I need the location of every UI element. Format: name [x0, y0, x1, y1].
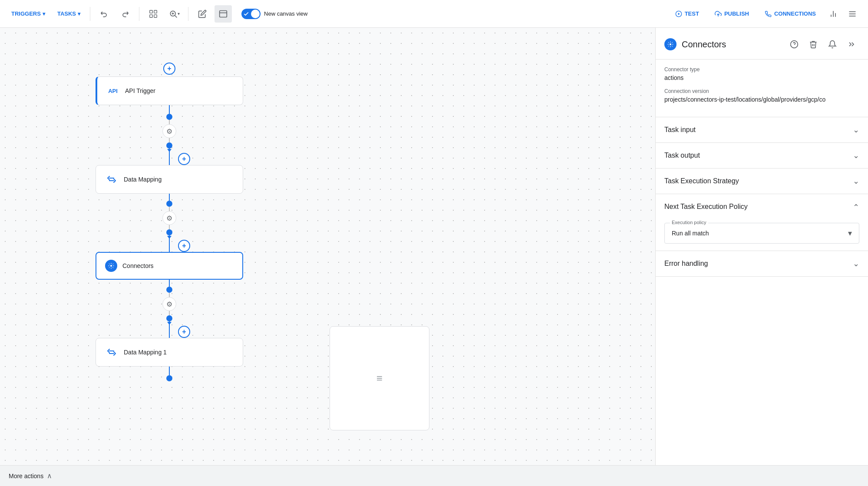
execution-policy-arrow-icon: ▾	[848, 228, 852, 238]
panel-title-icon	[664, 38, 677, 50]
zoom-chevron: ▾	[178, 11, 180, 16]
connections-icon	[765, 10, 772, 17]
publish-icon	[715, 10, 722, 17]
line-1c	[169, 138, 170, 142]
line-1b	[169, 120, 170, 124]
redo-button[interactable]	[116, 5, 134, 23]
toolbar: TRIGGERS ▾ TASKS ▾ ▾	[0, 0, 868, 28]
task-output-header[interactable]: Task output ⌄	[656, 143, 868, 168]
connectors-node-icon	[105, 260, 117, 272]
connection-version-value: projects/connectors-ip-test/locations/gl…	[664, 96, 859, 103]
data-mapping-1-label: Data Mapping 1	[124, 349, 167, 356]
svg-rect-2	[150, 14, 152, 17]
menu-icon	[848, 10, 857, 18]
svg-rect-8	[220, 10, 227, 17]
panel-title: Connectors	[682, 40, 781, 50]
more-actions-label: More actions	[9, 473, 43, 479]
zoom-button[interactable]: ▾	[165, 5, 183, 23]
preview-card[interactable]: ≡	[330, 326, 429, 430]
data-mapping-1-icon	[105, 345, 119, 359]
more-actions-chevron-icon: ∧	[47, 472, 52, 480]
tasks-button[interactable]: TASKS ▾	[53, 8, 85, 20]
error-handling-section: Error handling ⌄	[656, 251, 868, 277]
collapse-icon	[847, 40, 856, 49]
toggle-switch	[241, 9, 261, 19]
undo-button[interactable]	[96, 5, 113, 23]
edit-icon	[198, 10, 207, 18]
edit-button[interactable]	[194, 5, 211, 23]
execution-policy-label: Execution policy	[670, 220, 708, 225]
collapse-button[interactable]	[844, 36, 859, 52]
data-mapping-node[interactable]: Data Mapping	[96, 165, 243, 194]
data-mapping-label: Data Mapping	[124, 176, 162, 183]
triggers-button[interactable]: TRIGGERS ▾	[7, 8, 50, 20]
gear-2[interactable]: ⚙	[162, 211, 176, 225]
task-input-section: Task input ⌄	[656, 117, 868, 143]
task-execution-strategy-chevron-icon: ⌄	[853, 176, 859, 186]
toolbar-right: TEST PUBLISH CONNECTIONS	[668, 5, 861, 23]
preview-card-icon: ≡	[376, 372, 383, 384]
panel-info-section: Connector type actions Connection versio…	[656, 60, 868, 117]
divider-3	[188, 7, 188, 21]
task-execution-strategy-header[interactable]: Task Execution Strategy ⌄	[656, 169, 868, 194]
arrow-dot-1b	[166, 142, 172, 149]
data-mapping-icon	[105, 172, 119, 186]
svg-point-19	[110, 265, 112, 267]
zoom-icon	[169, 10, 178, 18]
svg-line-5	[175, 15, 177, 17]
analytics-button[interactable]	[825, 5, 842, 23]
canvas[interactable]: + API API Trigger ⚙	[0, 28, 655, 465]
arrow-dot-2b	[166, 229, 172, 235]
data-mapping-1-node[interactable]: Data Mapping 1	[96, 338, 243, 367]
test-label: TEST	[685, 10, 699, 17]
connections-label: CONNECTIONS	[774, 10, 816, 17]
side-panel: Connectors	[655, 28, 868, 465]
bottom-panel: More actions ∧	[0, 465, 868, 486]
arrow-dot-3	[166, 287, 172, 293]
test-button[interactable]: TEST	[668, 7, 706, 21]
delete-button[interactable]	[805, 36, 821, 52]
triggers-label: TRIGGERS	[11, 10, 41, 17]
connectors-node[interactable]: Connectors	[96, 252, 243, 280]
svg-point-20	[670, 43, 671, 45]
notifications-button[interactable]	[825, 36, 840, 52]
toggle-check-icon	[243, 11, 249, 17]
next-task-execution-policy-header[interactable]: Next Task Execution Policy ⌄	[656, 194, 868, 219]
more-actions-button[interactable]: More actions ∧	[7, 468, 54, 483]
svg-rect-0	[150, 10, 152, 13]
help-button[interactable]	[786, 36, 802, 52]
line-1	[169, 105, 170, 114]
tasks-label: TASKS	[57, 10, 76, 17]
svg-rect-3	[154, 14, 157, 17]
arrow-dot-1	[166, 114, 172, 120]
analytics-icon	[829, 10, 838, 18]
add-before-mapping-button[interactable]: +	[178, 153, 190, 165]
connector-type-field: Connector type actions	[664, 66, 859, 81]
task-input-chevron-icon: ⌄	[853, 125, 859, 135]
layout-icon	[149, 9, 158, 19]
add-before-api-button[interactable]: +	[163, 63, 175, 75]
delete-icon	[809, 40, 818, 49]
connections-button[interactable]: CONNECTIONS	[758, 7, 823, 21]
canvas-view-button[interactable]	[215, 5, 232, 23]
triggers-chevron-icon: ▾	[43, 11, 45, 17]
publish-button[interactable]: PUBLISH	[708, 7, 756, 21]
task-output-section: Task output ⌄	[656, 143, 868, 169]
new-canvas-toggle[interactable]: New canvas view	[235, 6, 314, 22]
task-input-header[interactable]: Task input ⌄	[656, 117, 868, 142]
next-task-execution-policy-section: Next Task Execution Policy ⌄ Execution p…	[656, 194, 868, 251]
add-before-connectors-button[interactable]: +	[178, 240, 190, 252]
api-trigger-node[interactable]: API API Trigger	[96, 76, 243, 105]
help-icon	[790, 40, 799, 49]
line-2	[169, 194, 170, 201]
auto-layout-button[interactable]	[145, 5, 162, 23]
add-before-dm1-button[interactable]: +	[178, 326, 190, 338]
undo-icon	[100, 10, 109, 18]
gear-1[interactable]: ⚙	[162, 124, 176, 138]
canvas-icon	[219, 10, 228, 18]
error-handling-header[interactable]: Error handling ⌄	[656, 251, 868, 276]
menu-button[interactable]	[844, 5, 861, 23]
gear-3[interactable]: ⚙	[162, 297, 176, 311]
flow-container: + API API Trigger ⚙	[96, 63, 243, 381]
execution-policy-dropdown[interactable]: Execution policy Run all match ▾	[664, 223, 859, 244]
